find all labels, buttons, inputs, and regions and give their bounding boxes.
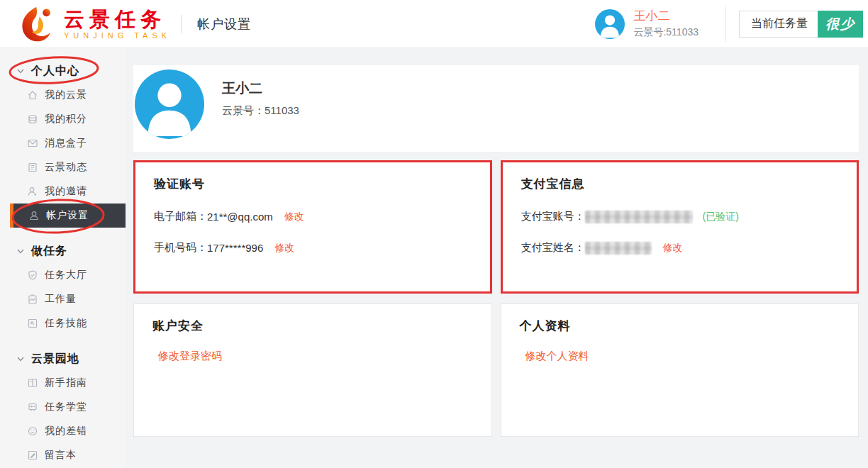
email-value: 21**@qq.com xyxy=(207,211,273,223)
invite-person-icon xyxy=(27,186,38,197)
brand-name-en: YUNJING TASK xyxy=(64,31,171,40)
sidebar-item-label: 我的积分 xyxy=(45,113,87,126)
personal-info-title: 个人资料 xyxy=(520,318,840,334)
coins-icon xyxy=(27,113,38,125)
user-icon xyxy=(28,210,40,221)
sidebar-item-label: 云景动态 xyxy=(45,161,87,174)
alipay-info-card: 支付宝信息 支付宝账号： (已验证) 支付宝姓名： 修改 xyxy=(501,160,859,294)
alipay-info-title: 支付宝信息 xyxy=(521,176,839,192)
change-password-link[interactable]: 修改登录密码 xyxy=(158,350,222,362)
modify-alipay-name-link[interactable]: 修改 xyxy=(663,242,683,255)
sidebar-item-label: 工作量 xyxy=(45,293,77,306)
task-volume-badge: 很少 xyxy=(818,11,863,38)
home-icon xyxy=(27,89,38,101)
sidebar-section-do-tasks[interactable]: 做任务 xyxy=(0,239,126,263)
person-icon xyxy=(595,9,625,39)
sidebar-item-message-box[interactable]: 消息盒子 xyxy=(0,131,126,155)
skill-box-icon xyxy=(27,318,38,329)
sidebar-item-label: 我的云景 xyxy=(45,89,87,101)
sidebar-item-my-invites[interactable]: 我的邀请 xyxy=(0,179,126,204)
shield-check-icon xyxy=(27,269,38,281)
sidebar-item-newbie-guide[interactable]: 新手指南 xyxy=(0,371,126,395)
alipay-name-redacted-value xyxy=(585,242,652,255)
app-window: 云景任务 YUNJING TASK 帐户设置 王小二 云景号:511033 当前… xyxy=(0,0,868,468)
profile-user-id: 云景号：511033 xyxy=(222,104,299,118)
sidebar-item-label: 任务技能 xyxy=(45,317,87,330)
header-user-block[interactable]: 王小二 云景号:511033 xyxy=(595,9,699,39)
sidebar-item-my-yunjing[interactable]: 我的云景 xyxy=(0,83,126,107)
chevron-down-icon xyxy=(17,357,24,362)
person-icon xyxy=(135,69,204,139)
sad-face-icon xyxy=(27,425,38,437)
personal-info-card: 个人资料 修改个人资料 xyxy=(501,303,859,437)
alipay-name-label: 支付宝姓名： xyxy=(521,241,585,255)
pencil-square-icon xyxy=(27,450,38,461)
sidebar-item-label: 消息盒子 xyxy=(45,137,87,150)
email-label: 电子邮箱： xyxy=(154,210,207,223)
sidebar-section-label: 做任务 xyxy=(31,244,67,259)
sidebar-item-label: 任务学堂 xyxy=(45,401,87,413)
guide-book-icon xyxy=(27,377,38,389)
sidebar-item-message-book[interactable]: 留言本 xyxy=(0,443,126,467)
alipay-account-redacted-value xyxy=(585,211,693,223)
sidebar-section-personal-center[interactable]: 个人中心 xyxy=(0,59,126,83)
chevron-down-icon xyxy=(17,249,24,254)
sidebar-item-label: 新手指南 xyxy=(45,377,87,389)
phone-label: 手机号码： xyxy=(154,241,207,255)
verified-status-badge: (已验证) xyxy=(703,211,739,223)
sidebar-item-workload[interactable]: 工作量 xyxy=(0,287,126,311)
brand-name-cn: 云景任务 xyxy=(64,9,171,30)
edit-profile-link[interactable]: 修改个人资料 xyxy=(525,350,589,362)
sidebar-section-label: 个人中心 xyxy=(31,64,79,79)
sidebar-item-task-skills[interactable]: 任务技能 xyxy=(0,311,126,335)
sidebar-item-my-mistakes[interactable]: 我的差错 xyxy=(0,419,126,443)
sidebar-item-yunjing-news[interactable]: 云景动态 xyxy=(0,155,126,179)
email-row: 电子邮箱：21**@qq.com 修改 xyxy=(154,210,472,223)
modify-email-link[interactable]: 修改 xyxy=(284,211,304,223)
brand-logo[interactable]: 云景任务 YUNJING TASK xyxy=(18,5,171,43)
flame-logo-icon xyxy=(18,5,57,43)
mail-icon xyxy=(27,138,38,149)
profile-panel: 王小二 云景号：511033 xyxy=(133,65,859,152)
news-icon xyxy=(27,162,38,173)
page-title: 帐户设置 xyxy=(197,16,251,33)
sidebar-item-label: 我的差错 xyxy=(45,425,87,438)
task-volume-label: 当前任务量 xyxy=(740,16,818,31)
brand-logo-text: 云景任务 YUNJING TASK xyxy=(64,9,171,40)
chevron-down-icon xyxy=(17,69,24,74)
top-header: 云景任务 YUNJING TASK 帐户设置 王小二 云景号:511033 当前… xyxy=(0,0,868,48)
sidebar-item-label: 留言本 xyxy=(45,449,77,462)
sidebar-item-account-settings[interactable]: 帐户设置 xyxy=(10,204,126,228)
clipboard-chart-icon xyxy=(27,294,38,305)
account-security-title: 账户安全 xyxy=(152,318,473,334)
header-user-name: 王小二 xyxy=(633,9,699,23)
sidebar-item-task-school[interactable]: 任务学堂 xyxy=(0,395,126,419)
sidebar: 个人中心 我的云景 我的积分 消息盒子 云景动态 我的邀请 xyxy=(0,48,126,468)
verify-account-card: 验证账号 电子邮箱：21**@qq.com 修改 手机号码：177*****99… xyxy=(133,160,492,294)
header-divider xyxy=(181,15,182,33)
profile-user-name: 王小二 xyxy=(222,79,299,98)
alipay-name-row: 支付宝姓名： 修改 xyxy=(521,241,839,255)
sidebar-item-label: 帐户设置 xyxy=(46,209,89,222)
school-screen-icon xyxy=(27,401,38,413)
sidebar-section-label: 云景园地 xyxy=(31,352,79,367)
sidebar-section-yunjing-garden[interactable]: 云景园地 xyxy=(0,347,126,371)
phone-row: 手机号码：177*****996 修改 xyxy=(154,241,472,255)
user-avatar-large xyxy=(135,69,204,139)
task-volume-indicator: 当前任务量 很少 xyxy=(739,11,863,38)
phone-value: 177*****996 xyxy=(207,242,263,254)
header-user-id: 云景号:511033 xyxy=(633,26,699,39)
sidebar-item-task-hall[interactable]: 任务大厅 xyxy=(0,263,126,287)
user-avatar-small[interactable] xyxy=(595,9,625,39)
alipay-account-label: 支付宝账号： xyxy=(521,210,585,223)
verify-account-title: 验证账号 xyxy=(154,176,472,192)
account-security-card: 账户安全 修改登录密码 xyxy=(133,303,492,437)
header-divider-2 xyxy=(725,6,726,42)
sidebar-item-label: 任务大厅 xyxy=(45,269,87,282)
modify-phone-link[interactable]: 修改 xyxy=(274,242,294,255)
alipay-account-row: 支付宝账号： (已验证) xyxy=(521,210,839,223)
main-content: 王小二 云景号：511033 验证账号 电子邮箱：21**@qq.com 修改 … xyxy=(126,48,868,468)
sidebar-item-label: 我的邀请 xyxy=(45,185,87,198)
sidebar-item-my-points[interactable]: 我的积分 xyxy=(0,107,126,131)
